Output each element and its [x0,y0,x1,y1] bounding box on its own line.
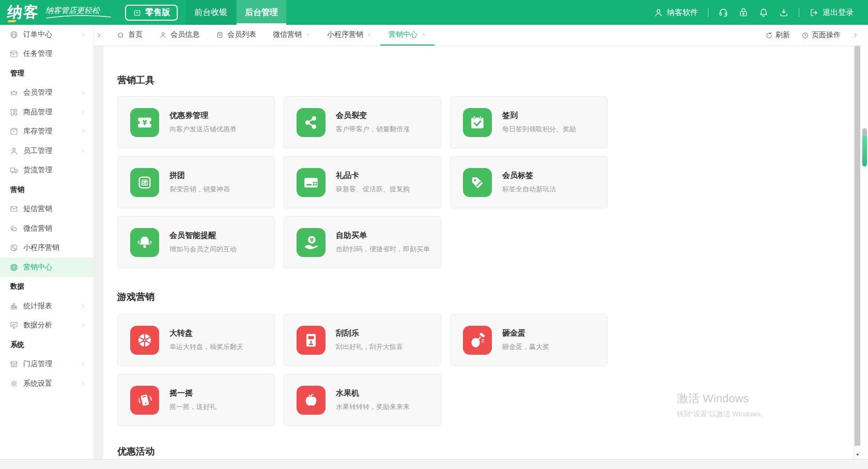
sidebar-item[interactable]: 统计报表 [0,296,94,316]
tab-label: 会员信息 [171,30,199,39]
svg-text:团: 团 [141,179,148,187]
sidebar-item[interactable]: 系统设置 [0,374,94,394]
sidebar-item[interactable]: 货流管理 [0,161,94,180]
open-tabs: 首页 会员信息 会员列表 微信营销 小程序营销 营销中心 [109,25,435,46]
card-title: 礼品卡 [336,171,410,180]
refresh-button[interactable]: 刷新 [765,31,790,40]
notifications-icon[interactable] [758,7,769,18]
sidebar-item[interactable]: 数据分析 [0,316,94,336]
tab-label: 首页 [128,30,143,39]
home-icon [117,31,125,39]
feature-card[interactable]: 会员智能提醒 增加与会员之间的互动 [117,216,275,268]
sidebar-item-label: 订单中心 [23,30,52,39]
sidebar-item[interactable]: 门店管理 [0,355,94,374]
feature-card[interactable]: 水果机 水果转转转，奖励来来来 [284,374,441,426]
card-title: 拼团 [169,171,230,180]
monitor-icon [9,321,19,330]
chevron-right-icon [80,148,86,154]
sidebar-item-label: 营销 [10,185,24,194]
card-description: 砸金蛋，赢大奖 [502,342,549,352]
feature-card[interactable]: 会员裂变 客户带客户，销量翻倍涨 [284,96,441,148]
section-title-deals: 优惠活动 [117,447,854,456]
sidebar-item-label: 任务管理 [23,49,52,58]
logout-button[interactable]: 退出登录 [809,8,854,18]
share-icon [297,108,326,137]
sidebar-item[interactable]: 员工管理 [0,141,94,161]
card-title: 签到 [502,111,576,120]
tab[interactable]: 小程序营销 [319,25,380,46]
sidebar-item[interactable]: 微信营销 [0,219,94,238]
page-ops-button[interactable]: 页面操作 [801,31,841,40]
feature-card[interactable]: ¥ 优惠券管理 向客户发送店铺优惠券 [117,96,275,148]
sidebar-item[interactable]: 短信营销 [0,200,94,219]
feature-card[interactable]: ¥ 自助买单 自助扫码，便捷省时，即刻买单 [284,216,441,268]
card-title: 自助买单 [336,231,430,240]
sidebar-item-label: 货流管理 [23,165,52,175]
mini-icon [9,243,19,252]
sidebar-item[interactable]: 任务管理 [0,44,94,64]
tab[interactable]: 会员列表 [208,25,265,46]
account-menu[interactable]: 纳客软件 [654,8,698,18]
topnav-item[interactable]: 前台收银 [186,0,236,25]
feature-card[interactable]: 刮刮乐 刮出好礼，刮开大惊喜 [284,314,441,366]
tabbar: 首页 会员信息 会员列表 微信营销 小程序营销 营销中心 [94,25,868,46]
support-icon[interactable] [718,7,729,18]
more-actions-icon[interactable] [852,32,859,39]
card-description: 刮出好礼，刮开大惊喜 [336,342,403,352]
page-scrollbar-thumb[interactable] [862,135,867,167]
download-icon[interactable] [779,7,789,18]
coupon-icon: ¥ [130,108,159,137]
sidebar-item-label: 数据 [10,282,24,291]
section-title-game-marketing: 游戏营销 [117,292,854,301]
feature-card[interactable]: 礼品卡 获新客、促活跃、提复购 [284,156,441,208]
content-scrollbar[interactable] [854,46,861,459]
sidebar-item[interactable]: 营销 [0,180,94,200]
topnav-item[interactable]: 后台管理 [237,0,286,25]
sidebar-item-label: 商品管理 [23,108,52,117]
chevron-right-icon [80,109,86,115]
bottom-strip [0,459,868,469]
sidebar: 订单中心 任务管理 管理 会员管理 商品管理 库存管理 员工管理 [0,25,94,459]
feature-card[interactable]: 大转盘 幸运大转盘，抽奖乐翻天 [117,314,275,366]
sidebar-item[interactable]: 商品管理 [0,102,94,122]
tab[interactable]: 会员信息 [151,25,208,46]
sidebar-item[interactable]: 库存管理 [0,122,94,142]
close-tab-icon[interactable] [305,32,311,37]
sidebar-item[interactable]: 会员管理 [0,83,94,103]
card-title: 刮刮乐 [336,328,403,338]
sidebar-item[interactable]: 营销中心 [0,258,94,277]
feature-card[interactable]: 团 拼团 裂变营销，销量神器 [117,156,275,208]
tab-label: 微信营销 [273,30,302,39]
feature-card[interactable]: 会员标签 标签全自动新玩法 [450,156,608,208]
sidebar-item[interactable]: 数据 [0,277,94,297]
sidebar-item[interactable]: 小程序营销 [0,238,94,258]
sidebar-item[interactable]: 管理 [0,64,94,83]
sidebar-item[interactable]: 系统 [0,335,94,355]
feature-card[interactable]: 砸金蛋 砸金蛋，赢大奖 [450,314,608,366]
tab-label: 营销中心 [389,30,417,39]
sidebar-item-label: 数据分析 [23,321,52,330]
close-tab-icon[interactable] [421,32,426,37]
handpay-icon: ¥ [297,228,326,257]
tabs-scroll-icon[interactable] [96,32,102,39]
card-title: 摇一摇 [169,388,216,398]
scroll-down-icon[interactable] [855,451,861,458]
sidebar-item-label: 会员管理 [23,88,52,97]
sidebar-item-label: 微信营销 [23,224,52,233]
tab[interactable]: 首页 [109,25,151,46]
goods-icon [9,108,19,117]
close-tab-icon[interactable] [367,32,372,37]
content-scrollbar-thumb[interactable] [855,46,860,446]
sidebar-item-label: 系统设置 [23,379,52,388]
tab[interactable]: 营销中心 [380,25,435,46]
topbar: 纳客 纳客管店更轻松 零售版 前台收银 后台管理 纳客软件 退出登录 [0,0,868,25]
feature-card[interactable]: 签到 每日签到领取积分、奖励 [450,96,608,148]
wechat-icon [9,224,19,233]
retail-edition-badge[interactable]: 零售版 [125,5,178,21]
sidebar-item[interactable]: 订单中心 [0,25,94,44]
tab[interactable]: 微信营销 [265,25,319,46]
bell2-icon [130,228,159,257]
feature-card[interactable]: 摇一摇 摇一摇，送好礼 [117,374,275,426]
lock-icon[interactable] [738,7,749,18]
page-scrollbar[interactable] [861,25,868,469]
